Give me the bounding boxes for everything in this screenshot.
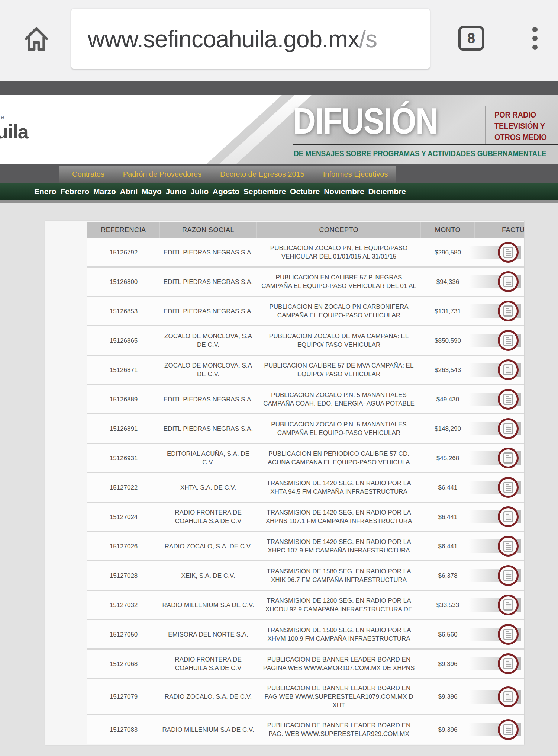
razon-social-cell: ZOCALO DE MONCLOVA, S.A DE C.V.: [160, 326, 257, 355]
factura-cell: [474, 650, 524, 678]
nav-item-contratos[interactable]: Contratos: [72, 170, 104, 179]
month-enero[interactable]: Enero: [34, 187, 57, 196]
month-diciembre[interactable]: Diciembre: [368, 187, 406, 196]
invoice-icon: [503, 305, 513, 317]
factura-button[interactable]: [498, 301, 519, 321]
month-marzo[interactable]: Marzo: [93, 187, 116, 196]
difusion-table: REFERENCIARAZON SOCIALCONCEPTOMONTOFACTU…: [87, 222, 524, 744]
monto-cell: $9,396: [421, 715, 474, 744]
monto-cell: $9,396: [421, 679, 474, 714]
razon-social-text: EDITL PIEDRAS NEGRAS S.A.: [164, 395, 253, 404]
razon-social-cell: XEIK, S.A. DE C.V.: [160, 561, 257, 590]
home-icon[interactable]: [23, 24, 50, 54]
column-header-concepto: CONCEPTO: [256, 222, 420, 238]
razon-social-text: EDITL PIEDRAS NEGRAS S.A.: [164, 278, 253, 286]
factura-button[interactable]: [498, 686, 519, 707]
menu-dot: [532, 36, 538, 41]
invoice-icon: [503, 452, 513, 464]
month-junio[interactable]: Junio: [165, 187, 186, 196]
razon-social-cell: EDITL PIEDRAS NEGRAS S.A.: [160, 385, 257, 413]
factura-button[interactable]: [498, 330, 519, 351]
concepto-cell: TRANSMISION DE 1580 SEG. EN RADIO POR LA…: [257, 561, 421, 590]
referencia-cell: 15127079: [87, 679, 160, 714]
referencia-cell: 15126800: [87, 268, 160, 296]
factura-button[interactable]: [498, 719, 519, 740]
factura-button[interactable]: [498, 271, 519, 292]
factura-cell: [474, 356, 524, 384]
invoice-icon: [503, 658, 513, 669]
state-logo-fragment: uila: [0, 121, 28, 143]
month-abril[interactable]: Abril: [120, 187, 138, 196]
month-febrero[interactable]: Febrero: [60, 187, 89, 196]
month-agosto[interactable]: Agosto: [213, 187, 239, 196]
monto-cell: $148,290: [421, 414, 474, 443]
factura-cell: [474, 473, 524, 502]
factura-button[interactable]: [498, 595, 519, 615]
invoice-icon: [503, 629, 513, 640]
invoice-icon: [503, 724, 513, 735]
table-row: 15126800EDITL PIEDRAS NEGRAS S.A.PUBLICA…: [87, 266, 524, 296]
concepto-text: PUBLICACION ZOCALO P.N. 5 MANANTIALES CA…: [261, 391, 417, 408]
factura-button[interactable]: [498, 242, 519, 263]
invoice-icon: [503, 423, 513, 434]
referencia-cell: 15127022: [87, 473, 160, 502]
table-row: 15126792EDITL PIEDRAS NEGRAS S.A.PUBLICA…: [87, 238, 524, 266]
razon-social-cell: RADIO MILLENIUM S.A DE C.V.: [160, 591, 257, 619]
nav-item-informes-ejecutivos[interactable]: Informes Ejecutivos: [323, 170, 388, 179]
concepto-cell: PUBLICACION ZOCALO DE MVA CAMPAÑA: EL EQ…: [257, 326, 421, 355]
factura-button[interactable]: [498, 477, 519, 498]
concepto-cell: PUBLICACION EN ZOCALO PN CARBONIFERA CAM…: [257, 297, 421, 325]
factura-button[interactable]: [498, 536, 519, 557]
overflow-menu-icon[interactable]: [532, 27, 538, 50]
month-octubre[interactable]: Octubre: [290, 187, 320, 196]
factura-cell: [474, 444, 524, 472]
browser-toolbar: www.sefincoahuila.gob.mx/s 8: [0, 0, 558, 81]
factura-cell: [474, 297, 524, 325]
referencia-cell: 15126931: [87, 444, 160, 472]
table-row: 15126891EDITL PIEDRAS NEGRAS S.A.PUBLICA…: [87, 413, 524, 443]
concepto-cell: PUBLICACION DE BANNER LEADER BOARD EN PA…: [257, 679, 421, 714]
factura-cell: [474, 561, 524, 590]
factura-button[interactable]: [498, 448, 519, 468]
banner-subtitle-line: POR RADIO: [494, 109, 547, 121]
razon-social-cell: RADIO MILLENIUM S.A DE C.V.: [160, 715, 257, 744]
referencia-cell: 15127028: [87, 561, 160, 590]
referencia-cell: 15127026: [87, 532, 160, 560]
tab-counter-button[interactable]: 8: [458, 26, 484, 51]
factura-button[interactable]: [498, 506, 519, 527]
month-noviembre[interactable]: Noviembre: [324, 187, 364, 196]
nav-item-padron-de-proveedores[interactable]: Padrón de Proveedores: [123, 170, 201, 179]
monto-cell: $6,560: [421, 620, 474, 648]
referencia-cell: 15126871: [87, 356, 160, 384]
concepto-cell: TRANSMISION DE 1420 SEG. EN RADIO POR LA…: [257, 473, 421, 502]
menu-dot: [532, 27, 538, 32]
invoice-icon: [503, 482, 513, 493]
factura-button[interactable]: [498, 389, 519, 410]
factura-button[interactable]: [498, 653, 519, 674]
factura-button[interactable]: [498, 359, 519, 380]
url-path-suffix: /s: [359, 26, 377, 52]
banner-vertical-divider: [485, 106, 486, 144]
concepto-text: TRANSMISION DE 1420 SEG. EN RADIO POR LA…: [261, 479, 417, 496]
factura-cell: [474, 591, 524, 619]
razon-social-cell: EDITL PIEDRAS NEGRAS S.A.: [160, 414, 257, 443]
month-septiembre[interactable]: Septiembre: [243, 187, 286, 196]
factura-button[interactable]: [498, 418, 519, 439]
razon-social-text: RADIO MILLENIUM S.A DE C.V.: [162, 725, 254, 734]
factura-button[interactable]: [498, 565, 519, 586]
nav-item-decreto-de-egresos-2015[interactable]: Decreto de Egresos 2015: [220, 170, 304, 179]
invoice-icon: [503, 276, 513, 287]
referencia-cell: 15126853: [87, 297, 160, 325]
concepto-text: PUBLICACION DE BANNER LEADER BOARD EN PA…: [261, 655, 417, 672]
banner-subtitle-line: OTROS MEDIO: [494, 132, 547, 143]
column-header-razon-social: RAZON SOCIAL: [159, 222, 256, 238]
month-mayo[interactable]: Mayo: [142, 187, 162, 196]
url-bar[interactable]: www.sefincoahuila.gob.mx/s: [71, 9, 430, 69]
table-row: 15127050EMISORA DEL NORTE S.A.TRANSMISIO…: [87, 619, 524, 648]
concepto-text: TRANSMISION DE 1420 SEG. EN RADIO POR LA…: [261, 538, 417, 555]
concepto-text: PUBLICACION EN ZOCALO PN CARBONIFERA CAM…: [261, 302, 417, 320]
main-nav-bar: ContratosPadrón de ProveedoresDecreto de…: [0, 164, 558, 183]
referencia-cell: 15127083: [87, 715, 160, 744]
factura-button[interactable]: [498, 624, 519, 645]
month-julio[interactable]: Julio: [190, 187, 209, 196]
